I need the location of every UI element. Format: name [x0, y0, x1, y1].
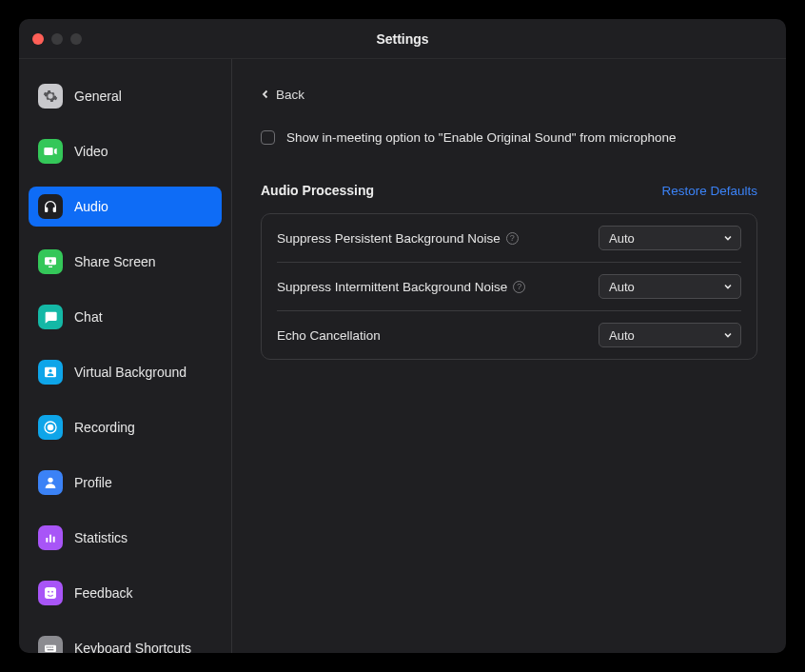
- sidebar-item-virtual-background[interactable]: Virtual Background: [29, 352, 222, 392]
- sidebar-item-share-screen[interactable]: Share Screen: [29, 242, 222, 282]
- chevron-down-icon: [721, 280, 735, 293]
- chevron-left-icon: [261, 88, 270, 102]
- minimize-window-button[interactable]: [51, 33, 63, 45]
- enable-original-sound-label: Show in-meeting option to "Enable Origin…: [286, 130, 677, 145]
- svg-rect-6: [46, 538, 48, 543]
- suppress-persistent-background-noise-select[interactable]: Auto: [599, 226, 741, 250]
- sidebar: GeneralVideoAudioShare ScreenChatVirtual…: [19, 59, 232, 653]
- maximize-window-button[interactable]: [70, 33, 82, 45]
- section-title: Audio Processing: [261, 183, 374, 198]
- svg-rect-14: [49, 646, 49, 647]
- back-button[interactable]: Back: [261, 88, 304, 102]
- sidebar-item-label: Profile: [74, 475, 112, 490]
- sidebar-item-statistics[interactable]: Statistics: [29, 518, 222, 558]
- sidebar-item-keyboard-shortcuts[interactable]: Keyboard Shortcuts: [29, 628, 222, 653]
- sidebar-item-general[interactable]: General: [29, 76, 222, 116]
- restore-defaults-link[interactable]: Restore Defaults: [661, 184, 757, 198]
- sidebar-item-label: Video: [74, 144, 108, 159]
- recording-icon: [38, 415, 63, 440]
- svg-rect-17: [48, 649, 54, 650]
- help-icon[interactable]: ?: [513, 281, 525, 293]
- share-screen-icon: [38, 249, 63, 274]
- sidebar-item-profile[interactable]: Profile: [29, 463, 222, 503]
- svg-rect-13: [47, 646, 48, 647]
- svg-point-5: [48, 478, 52, 483]
- sidebar-item-label: Keyboard Shortcuts: [74, 641, 191, 653]
- window-body: GeneralVideoAudioShare ScreenChatVirtual…: [19, 59, 786, 653]
- select-value: Auto: [609, 280, 635, 294]
- audio-processing-header: Audio Processing Restore Defaults: [261, 183, 757, 198]
- chat-icon: [38, 305, 63, 329]
- row-label: Suppress Intermittent Background Noise?: [277, 280, 525, 294]
- chevron-down-icon: [721, 328, 735, 342]
- row-suppress-intermittent-background-noise: Suppress Intermittent Background Noise?A…: [262, 263, 756, 310]
- row-label-text: Suppress Intermittent Background Noise: [277, 280, 507, 294]
- svg-rect-7: [49, 535, 51, 543]
- keyboard-icon: [38, 636, 63, 653]
- svg-rect-15: [50, 646, 51, 647]
- row-label: Echo Cancellation: [277, 328, 381, 343]
- profile-icon: [38, 470, 63, 495]
- headphones-icon: [38, 194, 63, 219]
- traffic-lights: [32, 33, 82, 45]
- suppress-intermittent-background-noise-select[interactable]: Auto: [599, 274, 741, 299]
- sidebar-item-feedback[interactable]: Feedback: [29, 573, 222, 613]
- row-echo-cancellation: Echo CancellationAuto: [262, 311, 756, 359]
- svg-point-2: [49, 369, 51, 372]
- sidebar-item-label: Recording: [74, 420, 135, 435]
- sidebar-item-label: Audio: [74, 199, 108, 214]
- statistics-icon: [38, 525, 63, 550]
- svg-point-4: [48, 425, 52, 429]
- feedback-icon: [38, 581, 63, 605]
- sidebar-item-label: General: [74, 89, 122, 104]
- virtual-bg-icon: [38, 360, 63, 385]
- back-label: Back: [276, 88, 304, 102]
- sidebar-item-recording[interactable]: Recording: [29, 407, 222, 447]
- sidebar-item-chat[interactable]: Chat: [29, 297, 222, 337]
- sidebar-item-audio[interactable]: Audio: [29, 187, 222, 227]
- row-label-text: Suppress Persistent Background Noise: [277, 231, 501, 246]
- window-title: Settings: [19, 31, 786, 47]
- svg-rect-12: [45, 645, 56, 652]
- video-icon: [38, 139, 63, 164]
- audio-processing-panel: Suppress Persistent Background Noise?Aut…: [261, 213, 757, 360]
- echo-cancellation-select[interactable]: Auto: [599, 323, 741, 347]
- gear-icon: [38, 84, 63, 109]
- enable-original-sound-row: Show in-meeting option to "Enable Origin…: [261, 130, 757, 145]
- titlebar: Settings: [19, 19, 786, 59]
- sidebar-item-label: Feedback: [74, 585, 132, 601]
- help-icon[interactable]: ?: [506, 232, 519, 245]
- svg-rect-8: [53, 537, 55, 543]
- enable-original-sound-checkbox[interactable]: [261, 130, 275, 145]
- row-suppress-persistent-background-noise: Suppress Persistent Background Noise?Aut…: [262, 214, 756, 262]
- settings-window: Settings GeneralVideoAudioShare ScreenCh…: [19, 19, 786, 653]
- sidebar-item-video[interactable]: Video: [29, 131, 222, 171]
- sidebar-item-label: Virtual Background: [74, 365, 187, 380]
- sidebar-item-label: Chat: [74, 309, 103, 325]
- row-label: Suppress Persistent Background Noise?: [277, 231, 519, 246]
- close-window-button[interactable]: [32, 33, 44, 45]
- sidebar-item-label: Statistics: [74, 530, 128, 545]
- svg-point-10: [48, 591, 49, 593]
- sidebar-item-label: Share Screen: [74, 254, 156, 269]
- svg-rect-16: [52, 646, 53, 647]
- chevron-down-icon: [721, 231, 735, 245]
- select-value: Auto: [609, 231, 635, 246]
- row-label-text: Echo Cancellation: [277, 328, 381, 343]
- select-value: Auto: [609, 328, 635, 343]
- svg-rect-9: [45, 587, 56, 599]
- svg-point-11: [51, 591, 53, 593]
- content-pane: Back Show in-meeting option to "Enable O…: [232, 59, 786, 653]
